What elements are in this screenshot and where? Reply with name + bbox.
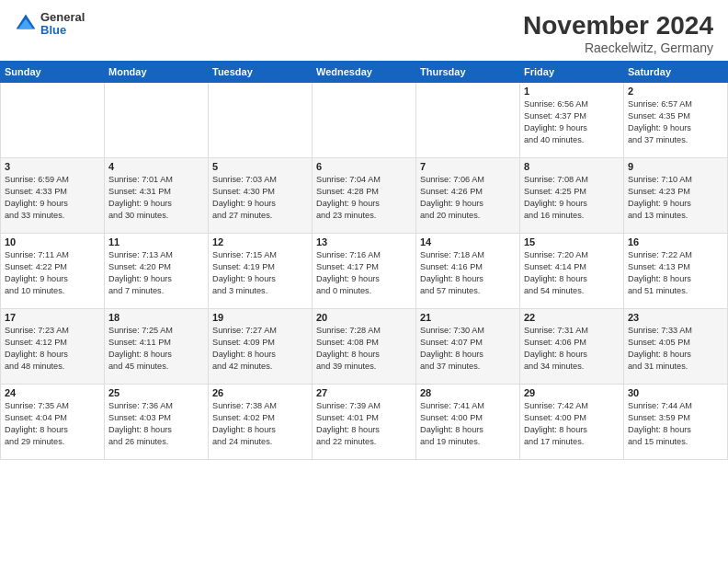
day-info: Sunrise: 7:06 AM Sunset: 4:26 PM Dayligh… (420, 174, 516, 222)
day-number: 20 (316, 312, 412, 323)
calendar-cell: 21Sunrise: 7:30 AM Sunset: 4:07 PM Dayli… (416, 309, 520, 385)
logo: General Blue (15, 11, 85, 38)
header-row: SundayMondayTuesdayWednesdayThursdayFrid… (1, 62, 728, 83)
day-number: 3 (5, 161, 100, 172)
day-number: 26 (212, 387, 308, 398)
day-number: 21 (420, 312, 516, 323)
calendar-table: SundayMondayTuesdayWednesdayThursdayFrid… (0, 61, 728, 460)
day-info: Sunrise: 7:33 AM Sunset: 4:05 PM Dayligh… (628, 325, 723, 373)
calendar-cell (313, 83, 416, 158)
calendar-cell: 12Sunrise: 7:15 AM Sunset: 4:19 PM Dayli… (209, 234, 313, 309)
day-number: 19 (212, 312, 308, 323)
day-number: 2 (628, 86, 723, 97)
day-number: 10 (5, 236, 100, 247)
calendar-cell: 7Sunrise: 7:06 AM Sunset: 4:26 PM Daylig… (416, 158, 520, 234)
day-info: Sunrise: 7:15 AM Sunset: 4:19 PM Dayligh… (212, 249, 308, 297)
day-info: Sunrise: 7:03 AM Sunset: 4:30 PM Dayligh… (212, 174, 308, 222)
day-info: Sunrise: 7:31 AM Sunset: 4:06 PM Dayligh… (524, 325, 620, 373)
week-row-3: 10Sunrise: 7:11 AM Sunset: 4:22 PM Dayli… (1, 234, 728, 309)
calendar-cell: 14Sunrise: 7:18 AM Sunset: 4:16 PM Dayli… (416, 234, 520, 309)
calendar-cell (105, 83, 209, 158)
day-number: 9 (628, 161, 723, 172)
day-number: 8 (524, 161, 620, 172)
calendar-cell: 27Sunrise: 7:39 AM Sunset: 4:01 PM Dayli… (313, 385, 416, 460)
calendar-cell: 25Sunrise: 7:36 AM Sunset: 4:03 PM Dayli… (105, 385, 209, 460)
logo-text: General Blue (40, 11, 85, 38)
day-info: Sunrise: 7:13 AM Sunset: 4:20 PM Dayligh… (108, 249, 204, 297)
day-info: Sunrise: 7:16 AM Sunset: 4:17 PM Dayligh… (316, 249, 412, 297)
calendar-body: 1Sunrise: 6:56 AM Sunset: 4:37 PM Daylig… (1, 83, 728, 460)
calendar-cell (1, 83, 105, 158)
day-number: 24 (5, 387, 100, 398)
day-info: Sunrise: 7:28 AM Sunset: 4:08 PM Dayligh… (316, 325, 412, 373)
calendar-header: SundayMondayTuesdayWednesdayThursdayFrid… (1, 62, 728, 83)
calendar-cell (209, 83, 313, 158)
day-info: Sunrise: 7:22 AM Sunset: 4:13 PM Dayligh… (628, 249, 723, 297)
day-number: 16 (628, 236, 723, 247)
week-row-2: 3Sunrise: 6:59 AM Sunset: 4:33 PM Daylig… (1, 158, 728, 234)
week-row-4: 17Sunrise: 7:23 AM Sunset: 4:12 PM Dayli… (1, 309, 728, 385)
day-info: Sunrise: 6:56 AM Sunset: 4:37 PM Dayligh… (524, 98, 620, 146)
day-info: Sunrise: 7:35 AM Sunset: 4:04 PM Dayligh… (5, 400, 100, 448)
calendar-cell: 19Sunrise: 7:27 AM Sunset: 4:09 PM Dayli… (209, 309, 313, 385)
calendar-cell: 20Sunrise: 7:28 AM Sunset: 4:08 PM Dayli… (313, 309, 416, 385)
day-info: Sunrise: 7:36 AM Sunset: 4:03 PM Dayligh… (108, 400, 204, 448)
day-info: Sunrise: 7:25 AM Sunset: 4:11 PM Dayligh… (108, 325, 204, 373)
calendar-cell: 28Sunrise: 7:41 AM Sunset: 4:00 PM Dayli… (416, 385, 520, 460)
header-thursday: Thursday (416, 62, 520, 83)
day-info: Sunrise: 7:18 AM Sunset: 4:16 PM Dayligh… (420, 249, 516, 297)
calendar-cell: 3Sunrise: 6:59 AM Sunset: 4:33 PM Daylig… (1, 158, 105, 234)
day-info: Sunrise: 7:41 AM Sunset: 4:00 PM Dayligh… (420, 400, 516, 448)
header-friday: Friday (520, 62, 624, 83)
logo-general-text: General (40, 11, 85, 24)
location-subtitle: Raeckelwitz, Germany (523, 40, 713, 55)
day-info: Sunrise: 7:27 AM Sunset: 4:09 PM Dayligh… (212, 325, 308, 373)
week-row-5: 24Sunrise: 7:35 AM Sunset: 4:04 PM Dayli… (1, 385, 728, 460)
page-header: General Blue November 2024 Raeckelwitz, … (0, 0, 728, 61)
month-title: November 2024 (523, 11, 713, 40)
calendar-cell: 16Sunrise: 7:22 AM Sunset: 4:13 PM Dayli… (624, 234, 728, 309)
calendar-cell: 5Sunrise: 7:03 AM Sunset: 4:30 PM Daylig… (209, 158, 313, 234)
calendar-cell: 1Sunrise: 6:56 AM Sunset: 4:37 PM Daylig… (520, 83, 624, 158)
logo-blue-text: Blue (40, 24, 85, 37)
calendar-cell (416, 83, 520, 158)
day-number: 5 (212, 161, 308, 172)
day-info: Sunrise: 7:39 AM Sunset: 4:01 PM Dayligh… (316, 400, 412, 448)
day-number: 22 (524, 312, 620, 323)
day-info: Sunrise: 7:30 AM Sunset: 4:07 PM Dayligh… (420, 325, 516, 373)
calendar-cell: 30Sunrise: 7:44 AM Sunset: 3:59 PM Dayli… (624, 385, 728, 460)
day-info: Sunrise: 7:38 AM Sunset: 4:02 PM Dayligh… (212, 400, 308, 448)
day-number: 1 (524, 86, 620, 97)
day-info: Sunrise: 7:01 AM Sunset: 4:31 PM Dayligh… (108, 174, 204, 222)
calendar-cell: 15Sunrise: 7:20 AM Sunset: 4:14 PM Dayli… (520, 234, 624, 309)
day-number: 12 (212, 236, 308, 247)
day-number: 29 (524, 387, 620, 398)
header-tuesday: Tuesday (209, 62, 313, 83)
calendar-cell: 8Sunrise: 7:08 AM Sunset: 4:25 PM Daylig… (520, 158, 624, 234)
day-number: 14 (420, 236, 516, 247)
calendar-cell: 29Sunrise: 7:42 AM Sunset: 4:00 PM Dayli… (520, 385, 624, 460)
day-info: Sunrise: 7:44 AM Sunset: 3:59 PM Dayligh… (628, 400, 723, 448)
calendar-cell: 11Sunrise: 7:13 AM Sunset: 4:20 PM Dayli… (105, 234, 209, 309)
calendar-cell: 13Sunrise: 7:16 AM Sunset: 4:17 PM Dayli… (313, 234, 416, 309)
day-number: 18 (108, 312, 204, 323)
calendar-cell: 10Sunrise: 7:11 AM Sunset: 4:22 PM Dayli… (1, 234, 105, 309)
day-number: 11 (108, 236, 204, 247)
calendar-cell: 22Sunrise: 7:31 AM Sunset: 4:06 PM Dayli… (520, 309, 624, 385)
calendar-cell: 17Sunrise: 7:23 AM Sunset: 4:12 PM Dayli… (1, 309, 105, 385)
calendar-cell: 18Sunrise: 7:25 AM Sunset: 4:11 PM Dayli… (105, 309, 209, 385)
day-number: 15 (524, 236, 620, 247)
day-number: 25 (108, 387, 204, 398)
day-number: 13 (316, 236, 412, 247)
day-number: 17 (5, 312, 100, 323)
day-number: 30 (628, 387, 723, 398)
day-number: 23 (628, 312, 723, 323)
day-info: Sunrise: 7:04 AM Sunset: 4:28 PM Dayligh… (316, 174, 412, 222)
calendar-cell: 9Sunrise: 7:10 AM Sunset: 4:23 PM Daylig… (624, 158, 728, 234)
day-info: Sunrise: 7:10 AM Sunset: 4:23 PM Dayligh… (628, 174, 723, 222)
day-info: Sunrise: 7:08 AM Sunset: 4:25 PM Dayligh… (524, 174, 620, 222)
day-info: Sunrise: 7:42 AM Sunset: 4:00 PM Dayligh… (524, 400, 620, 448)
calendar-cell: 26Sunrise: 7:38 AM Sunset: 4:02 PM Dayli… (209, 385, 313, 460)
header-sunday: Sunday (1, 62, 105, 83)
header-wednesday: Wednesday (313, 62, 416, 83)
